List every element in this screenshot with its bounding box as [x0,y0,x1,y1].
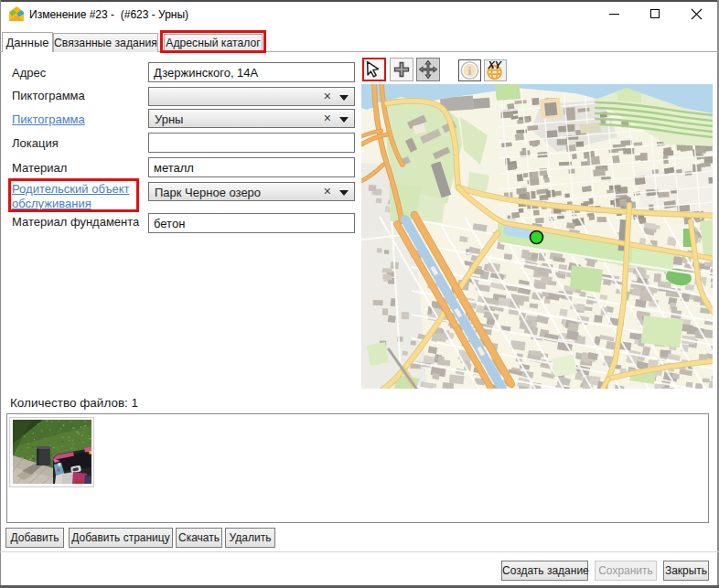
svg-text:XY: XY [488,60,503,70]
svg-text:i: i [468,64,472,78]
